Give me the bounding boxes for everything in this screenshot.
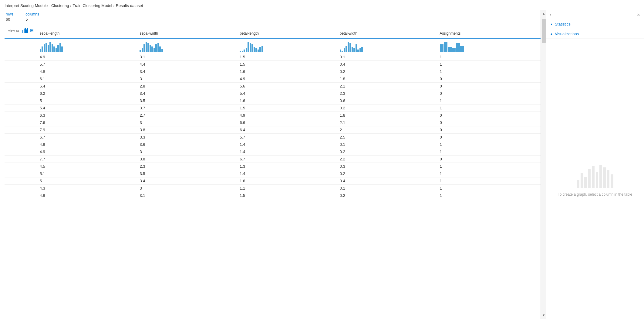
cell-3: 1.8: [337, 75, 437, 83]
row-num: [5, 126, 37, 134]
cell-4: 1: [437, 53, 541, 61]
close-button[interactable]: ✕: [635, 12, 642, 18]
row-num: [5, 61, 37, 68]
cell-4: 1: [437, 192, 541, 199]
table-row[interactable]: 7.636.62.10: [5, 119, 541, 126]
cell-0: 4.9: [37, 53, 137, 61]
collapse-icon: ›: [550, 13, 551, 16]
table-row[interactable]: 4.52.31.30.31: [5, 163, 541, 170]
rows-meta: rows 60: [6, 12, 13, 22]
chart-cell-sepal-length: [37, 38, 137, 53]
row-num: [5, 112, 37, 119]
table-row[interactable]: 5.74.41.50.41: [5, 61, 541, 68]
table-row[interactable]: 4.331.10.11: [5, 185, 541, 192]
cell-3: 0.4: [337, 61, 437, 68]
table-row[interactable]: 6.32.74.91.80: [5, 112, 541, 119]
col-petal-width[interactable]: petal-width: [337, 25, 437, 38]
table-row[interactable]: 4.93.11.50.21: [5, 192, 541, 199]
table-row[interactable]: 5.43.71.50.21: [5, 105, 541, 112]
breadcrumb-part2[interactable]: Train Clustering Model: [72, 3, 112, 8]
columns-meta: columns 5: [25, 12, 39, 22]
cell-0: 5.1: [37, 170, 137, 177]
cell-0: 4.5: [37, 163, 137, 170]
cell-3: 0.1: [337, 185, 437, 192]
table-row[interactable]: 7.73.86.72.20: [5, 156, 541, 163]
table-row[interactable]: 6.23.45.42.30: [5, 90, 541, 97]
chart-cell-assignments: [437, 38, 541, 53]
cell-1: 2.3: [137, 163, 237, 170]
statistics-section-header[interactable]: ▲ Statistics: [546, 19, 644, 29]
main-content: rows 60 columns 5 vie: [0, 10, 644, 319]
cell-2: 4.9: [237, 112, 337, 119]
cell-0: 6.2: [37, 90, 137, 97]
table-row[interactable]: 4.931.40.21: [5, 148, 541, 156]
cell-0: 6.3: [37, 112, 137, 119]
cell-3: 0.2: [337, 192, 437, 199]
cell-1: 4.4: [137, 61, 237, 68]
cell-3: 2.1: [337, 119, 437, 126]
table-row[interactable]: 7.93.86.420: [5, 126, 541, 134]
visualizations-label: Visualizations: [555, 32, 579, 36]
cell-4: 1: [437, 163, 541, 170]
cell-2: 5.6: [237, 83, 337, 90]
cell-1: 3.3: [137, 134, 237, 141]
cell-2: 1.6: [237, 177, 337, 185]
cell-1: 3: [137, 185, 237, 192]
row-num: [5, 83, 37, 90]
panel-collapse-button[interactable]: ›: [546, 10, 644, 19]
cell-3: 2.5: [337, 134, 437, 141]
cell-2: 1.5: [237, 53, 337, 61]
table-row[interactable]: 53.41.60.41: [5, 177, 541, 185]
cell-0: 4.3: [37, 185, 137, 192]
table-view-button[interactable]: ⊞: [30, 28, 34, 33]
col-sepal-length[interactable]: sepal-length: [37, 25, 137, 38]
table-row[interactable]: 6.73.35.72.50: [5, 134, 541, 141]
cell-4: 0: [437, 119, 541, 126]
scroll-down-button[interactable]: ▼: [541, 312, 546, 318]
table-row[interactable]: 4.93.61.40.11: [5, 141, 541, 148]
col-sepal-width[interactable]: sepal-width: [137, 25, 237, 38]
cell-0: 5.7: [37, 61, 137, 68]
visualizations-section-header[interactable]: ▲ Visualizations: [546, 29, 644, 39]
cell-2: 1.5: [237, 105, 337, 112]
cell-3: 2: [337, 126, 437, 134]
app-container: Interpret Scoring Module - Clustering › …: [0, 0, 644, 319]
col-rownum: view as ⊞: [5, 25, 37, 38]
cell-2: 1.5: [237, 192, 337, 199]
col-assignments[interactable]: Assignments: [437, 25, 541, 38]
cell-0: 4.9: [37, 141, 137, 148]
chart-cell-petal-width: [337, 38, 437, 53]
histogram-view-button[interactable]: [22, 28, 28, 33]
breadcrumb: Interpret Scoring Module - Clustering › …: [0, 0, 644, 10]
cell-3: 0.2: [337, 170, 437, 177]
cell-4: 0: [437, 126, 541, 134]
row-num: [5, 97, 37, 105]
chart-cell-petal-length: [237, 38, 337, 53]
scroll-thumb[interactable]: [542, 19, 546, 43]
cell-2: 6.6: [237, 119, 337, 126]
right-panel: ▲ ▼ › ▲ Statistics ▲ Vis: [541, 10, 644, 319]
table-row[interactable]: 6.42.85.62.10: [5, 83, 541, 90]
cell-3: 0.1: [337, 53, 437, 61]
cell-0: 6.4: [37, 83, 137, 90]
viz-hint-text: To create a graph, select a column in th…: [558, 192, 632, 197]
cell-1: 3.7: [137, 105, 237, 112]
cell-4: 1: [437, 61, 541, 68]
rows-label: rows: [6, 12, 13, 16]
scrollbar[interactable]: ▲ ▼: [541, 10, 546, 319]
table-row[interactable]: 53.51.60.61: [5, 97, 541, 105]
row-num: [5, 105, 37, 112]
cell-4: 1: [437, 97, 541, 105]
cell-2: 1.5: [237, 61, 337, 68]
table-row[interactable]: 4.93.11.50.11: [5, 53, 541, 61]
cell-1: 3: [137, 119, 237, 126]
cell-4: 1: [437, 185, 541, 192]
cell-0: 7.6: [37, 119, 137, 126]
chart-cell-sepal-width: [137, 38, 237, 53]
row-num: [5, 68, 37, 75]
table-row[interactable]: 6.134.91.80: [5, 75, 541, 83]
col-petal-length[interactable]: petal-length: [237, 25, 337, 38]
scroll-up-button[interactable]: ▲: [541, 10, 546, 16]
table-row[interactable]: 5.13.51.40.21: [5, 170, 541, 177]
table-row[interactable]: 4.83.41.60.21: [5, 68, 541, 75]
